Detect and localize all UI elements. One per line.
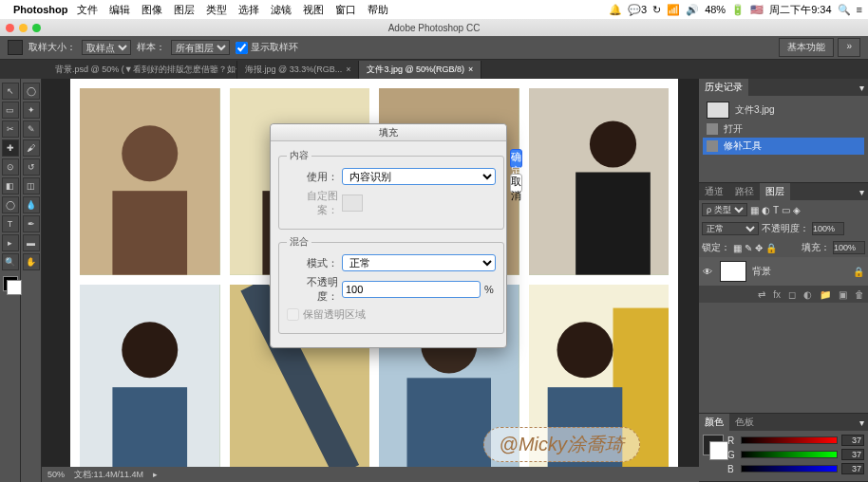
wand-tool-icon[interactable]: ✦ — [23, 102, 40, 119]
dodge-tool-icon[interactable]: ◯ — [2, 196, 19, 213]
layers-tab[interactable]: 图层 — [760, 183, 790, 200]
fill-input[interactable] — [833, 241, 865, 254]
search-icon[interactable]: 🔍 — [838, 4, 851, 16]
fx-icon[interactable]: fx — [773, 289, 781, 300]
color-swatch[interactable] — [703, 435, 724, 455]
swatches-tab[interactable]: 色板 — [729, 414, 760, 431]
clock[interactable]: 周二下午9:34 — [769, 3, 831, 17]
battery-pct[interactable]: 48% — [705, 4, 726, 15]
b-value[interactable]: 37 — [841, 463, 864, 474]
menu-edit[interactable]: 编辑 — [109, 3, 130, 17]
new-layer-icon[interactable]: ▣ — [839, 289, 847, 300]
zoom-window-button[interactable] — [32, 24, 41, 32]
notif-icon[interactable]: 🔔 — [609, 4, 622, 16]
app-name[interactable]: Photoshop — [13, 4, 67, 15]
menu-type[interactable]: 类型 — [206, 3, 227, 17]
visibility-icon[interactable]: 👁 — [703, 267, 714, 277]
lock-trans-icon[interactable]: ▦ — [733, 243, 742, 253]
zoom-tool-icon[interactable]: 🔍 — [2, 253, 19, 270]
battery-icon[interactable]: 🔋 — [731, 4, 745, 16]
g-slider[interactable] — [741, 451, 838, 458]
filter-type-icon[interactable]: T — [773, 205, 779, 215]
sample-select[interactable]: 所有图层 — [171, 40, 230, 55]
shape-tool-icon[interactable]: ▬ — [23, 234, 40, 251]
r-slider[interactable] — [741, 436, 838, 444]
lock-icon[interactable]: 🔒 — [853, 267, 864, 277]
move-tool-icon[interactable]: ↖ — [2, 83, 19, 100]
panel-menu-icon[interactable]: ▾ — [859, 187, 864, 197]
fg-bg-swatch[interactable] — [3, 276, 18, 291]
menu-icon[interactable]: ≡ — [857, 4, 862, 15]
marquee-tool-icon[interactable]: ▭ — [2, 102, 19, 119]
adjustment-icon[interactable]: ◐ — [803, 289, 812, 300]
history-step[interactable]: 修补工具 — [703, 138, 864, 155]
history-brush-tool-icon[interactable]: ↺ — [23, 158, 40, 176]
path-select-tool-icon[interactable]: ▸ — [2, 234, 19, 251]
ime-icon[interactable]: 🇺🇸 — [750, 4, 764, 16]
menu-window[interactable]: 窗口 — [335, 3, 356, 17]
panel-menu-icon[interactable]: ▾ — [859, 417, 864, 428]
group-icon[interactable]: 📁 — [820, 289, 831, 300]
filter-adjust-icon[interactable]: ◐ — [762, 205, 770, 215]
close-window-button[interactable] — [6, 24, 14, 32]
menu-layer[interactable]: 图层 — [174, 3, 195, 17]
workspace-button[interactable]: 基本功能 — [779, 38, 834, 57]
type-tool-icon[interactable]: T — [2, 215, 19, 232]
sample-size-select[interactable]: 取样点 — [82, 40, 131, 55]
history-tab[interactable]: 历史记录 — [699, 79, 748, 96]
filter-pixel-icon[interactable]: ▦ — [750, 205, 759, 215]
filter-smart-icon[interactable]: ◈ — [793, 205, 801, 215]
ok-button[interactable]: 确定 — [510, 149, 522, 168]
crop-tool-icon[interactable]: ✂ — [2, 120, 19, 138]
hand-tool-icon[interactable]: ✋ — [23, 253, 40, 270]
healing-tool-icon[interactable]: ✚ — [2, 139, 19, 157]
menu-file[interactable]: 文件 — [77, 3, 98, 17]
lasso-tool-icon[interactable]: ◯ — [23, 83, 40, 100]
eyedropper-tool-icon[interactable]: ✎ — [23, 120, 40, 138]
g-value[interactable]: 37 — [841, 449, 864, 460]
wifi-icon[interactable]: 📶 — [667, 4, 680, 16]
menu-view[interactable]: 视图 — [303, 3, 324, 17]
expand-panels-button[interactable]: » — [838, 38, 860, 57]
show-ring-checkbox[interactable]: 显示取样环 — [236, 41, 298, 54]
volume-icon[interactable]: 🔊 — [686, 4, 699, 16]
trash-icon[interactable]: 🗑 — [855, 289, 864, 300]
panel-menu-icon[interactable]: ▾ — [859, 83, 864, 93]
gradient-tool-icon[interactable]: ◧ — [2, 177, 19, 195]
close-tab-icon[interactable]: × — [468, 65, 473, 74]
mask-icon[interactable]: ◻ — [788, 289, 796, 300]
layer-filter-kind[interactable]: ρ 类型 — [702, 203, 747, 216]
opacity-input[interactable] — [812, 222, 844, 235]
wechat-icon[interactable]: 💬3 — [628, 4, 647, 16]
lock-pos-icon[interactable]: ✥ — [755, 243, 763, 253]
layer-name[interactable]: 背景 — [752, 265, 771, 278]
lock-all-icon[interactable]: 🔒 — [765, 243, 777, 253]
doc-size[interactable]: 文档:11.4M/11.4M — [74, 469, 143, 481]
link-layers-icon[interactable]: ⇄ — [758, 289, 765, 300]
channels-tab[interactable]: 通道 — [699, 183, 729, 200]
paths-tab[interactable]: 路径 — [729, 183, 760, 200]
use-select[interactable]: 内容识别 — [342, 168, 496, 185]
lock-pixel-icon[interactable]: ✎ — [745, 243, 752, 253]
doc-tab[interactable]: 海报.jpg @ 33.3%(RGB...× — [237, 61, 359, 79]
menu-help[interactable]: 帮助 — [368, 3, 388, 17]
sync-icon[interactable]: ↻ — [652, 4, 661, 16]
cancel-button[interactable]: 取消 — [510, 174, 522, 193]
zoom-level[interactable]: 50% — [47, 470, 65, 479]
layer-row[interactable]: 👁 背景 🔒 — [699, 257, 868, 286]
doc-tab[interactable]: 文件3.jpg @ 50%(RGB/8)× — [359, 61, 481, 79]
b-slider[interactable] — [741, 465, 838, 473]
menu-select[interactable]: 选择 — [238, 3, 259, 17]
opacity-input[interactable] — [342, 281, 481, 298]
blur-tool-icon[interactable]: 💧 — [23, 196, 40, 213]
blend-mode-select[interactable]: 正常 — [702, 222, 759, 235]
menu-image[interactable]: 图像 — [142, 3, 162, 17]
menu-filter[interactable]: 滤镜 — [271, 3, 292, 17]
filter-shape-icon[interactable]: ▭ — [782, 205, 790, 215]
stamp-tool-icon[interactable]: ⊙ — [2, 158, 19, 176]
pen-tool-icon[interactable]: ✒ — [23, 215, 40, 232]
doc-tab[interactable]: 背景.psd @ 50% (▼看到好的排版怎麽借鑒？如何使画面變得更乾淨簡單？這… — [47, 61, 237, 79]
history-snapshot[interactable]: 文件3.jpg — [703, 100, 864, 120]
brush-tool-icon[interactable]: 🖌 — [23, 139, 40, 157]
mode-select[interactable]: 正常 — [342, 254, 496, 271]
